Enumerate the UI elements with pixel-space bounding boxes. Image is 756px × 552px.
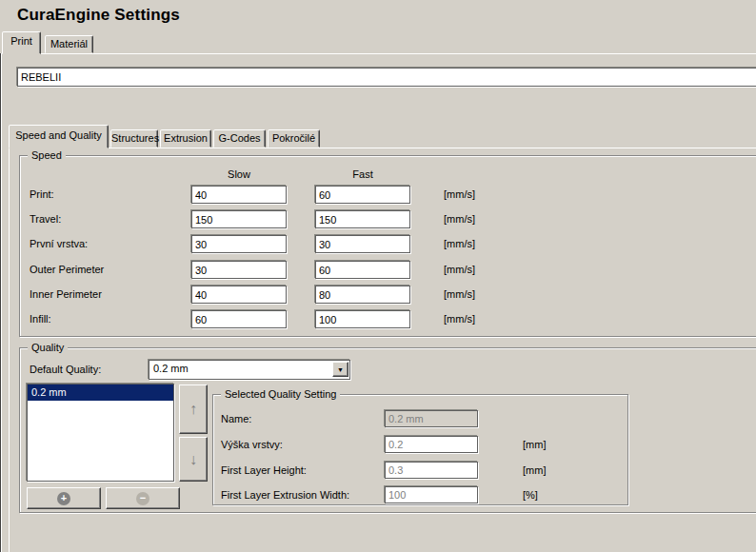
print-tab-page: Speed and Quality Structures Extrusion G… xyxy=(1,53,756,552)
speed-and-quality-page: Speed Slow Fast Print: [mm/s] Travel: [m… xyxy=(9,148,756,552)
travel-fast-input[interactable] xyxy=(315,210,410,228)
tab-structures[interactable]: Structures xyxy=(110,129,158,148)
layer-height-field xyxy=(385,436,478,453)
column-header-slow: Slow xyxy=(191,168,287,180)
tab-pokrocile[interactable]: Pokročilé xyxy=(268,129,320,148)
selected-quality-setting-label: Selected Quality Setting xyxy=(221,387,340,401)
outer-perimeter-fast-input[interactable] xyxy=(315,261,410,279)
unit-label: [mm/s] xyxy=(444,313,475,325)
speed-row-label: Infill: xyxy=(30,313,51,325)
add-quality-button[interactable]: + xyxy=(27,487,101,509)
setting-row-label: Name: xyxy=(221,413,251,424)
page-title: CuraEngine Settings xyxy=(17,6,180,25)
speed-group-label: Speed xyxy=(28,148,66,162)
speed-row-label: První vrstva: xyxy=(30,238,88,249)
printer-profile-input[interactable] xyxy=(17,68,756,87)
print-fast-input[interactable] xyxy=(315,186,410,204)
setting-row-label: First Layer Height: xyxy=(221,464,307,476)
outer-perimeter-slow-input[interactable] xyxy=(191,261,287,279)
list-item-quality[interactable]: 0.2 mm xyxy=(28,384,173,401)
unit-label: [mm/s] xyxy=(444,238,475,249)
selected-quality-setting-group: Selected Quality Setting Name: Výška vrs… xyxy=(212,394,628,505)
add-icon: + xyxy=(57,492,70,505)
inner-perimeter-slow-input[interactable] xyxy=(191,286,287,304)
tab-speed-and-quality[interactable]: Speed and Quality xyxy=(9,125,109,148)
print-slow-input[interactable] xyxy=(191,186,287,204)
speed-row-label: Print: xyxy=(30,188,54,200)
unit-label: [mm] xyxy=(523,439,546,450)
default-quality-label: Default Quality: xyxy=(30,364,101,375)
tab-print-label: Print xyxy=(3,32,40,47)
chevron-down-icon[interactable]: ▼ xyxy=(332,362,348,377)
infill-slow-input[interactable] xyxy=(191,310,287,328)
move-down-button[interactable]: ↓ xyxy=(179,437,208,482)
inner-perimeter-fast-input[interactable] xyxy=(315,286,410,304)
quality-name-field xyxy=(385,410,478,427)
unit-label: [%] xyxy=(523,489,538,501)
speed-row-label: Outer Perimeter xyxy=(30,264,104,275)
remove-icon: − xyxy=(136,492,149,505)
tab-speed-and-quality-label: Speed and Quality xyxy=(10,126,108,141)
unit-label: [mm/s] xyxy=(444,264,475,275)
first-layer-slow-input[interactable] xyxy=(191,235,287,253)
speed-row-label: Travel: xyxy=(30,213,61,225)
travel-slow-input[interactable] xyxy=(191,210,287,228)
speed-row-label: Inner Perimeter xyxy=(30,288,102,300)
tab-extrusion-label: Extrusion xyxy=(161,130,210,144)
quality-group-label: Quality xyxy=(28,341,68,354)
remove-quality-button[interactable]: − xyxy=(106,487,180,509)
speed-group: Speed Slow Fast Print: [mm/s] Travel: [m… xyxy=(19,155,756,337)
tab-gcodes-label: G-Codes xyxy=(214,130,265,144)
default-quality-select[interactable]: 0.2 mm ▼ xyxy=(149,360,350,380)
tab-extrusion[interactable]: Extrusion xyxy=(160,129,211,148)
unit-label: [mm/s] xyxy=(444,188,475,200)
move-up-button[interactable]: ↑ xyxy=(179,384,208,434)
infill-fast-input[interactable] xyxy=(315,310,410,328)
unit-label: [mm/s] xyxy=(444,213,475,225)
first-layer-height-field xyxy=(385,462,478,479)
unit-label: [mm/s] xyxy=(444,288,475,300)
down-arrow-icon: ↓ xyxy=(189,452,197,467)
unit-label: [mm] xyxy=(523,464,546,476)
tab-structures-label: Structures xyxy=(111,130,157,144)
quality-list[interactable]: 0.2 mm xyxy=(27,384,174,482)
tab-pokrocile-label: Pokročilé xyxy=(269,130,319,144)
quality-group: Quality Default Quality: 0.2 mm ▼ 0.2 mm… xyxy=(19,347,756,513)
up-arrow-icon: ↑ xyxy=(189,402,197,417)
tab-material-label: Materiál xyxy=(46,36,92,49)
first-layer-fast-input[interactable] xyxy=(315,235,410,253)
setting-row-label: First Layer Extrusion Width: xyxy=(221,489,349,501)
default-quality-value: 0.2 mm xyxy=(153,363,189,374)
tab-print[interactable]: Print xyxy=(2,31,41,54)
tab-gcodes[interactable]: G-Codes xyxy=(213,129,266,148)
column-header-fast: Fast xyxy=(315,168,410,180)
setting-row-label: Výška vrstvy: xyxy=(221,439,283,450)
tab-material[interactable]: Materiál xyxy=(45,35,93,53)
first-layer-extrusion-width-field xyxy=(385,486,478,503)
